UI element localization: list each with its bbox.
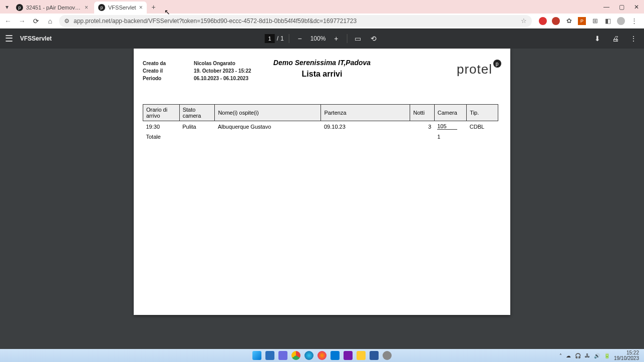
site-info-icon[interactable]: ⚙	[64, 18, 70, 25]
col-partenza: Partenza	[321, 105, 410, 121]
address-bar: ← → ⟳ ⌂ ⚙ ☆ ✿ P ⊞ ◧ ⋮	[0, 14, 644, 29]
browser-tabstrip: ▾ p 32451 - pAir Demoversion Ser... × p …	[0, 0, 644, 14]
cell-camera: 105	[434, 121, 467, 132]
cell-camera-value: 105	[437, 123, 457, 130]
col-tip: Tip.	[467, 105, 498, 121]
taskbar-app-icon[interactable]	[278, 351, 287, 360]
taskbar-word-icon[interactable]	[370, 351, 379, 360]
print-button[interactable]: 🖨	[610, 33, 621, 44]
meta-value: 06.10.2023 - 06.10.2023	[194, 76, 248, 81]
report-header: Demo Serenissima IT,Padova Lista arrivi	[273, 59, 371, 79]
page-current-input[interactable]	[265, 34, 275, 43]
tray-date: 19/10/2023	[614, 355, 639, 361]
taskbar-edge-icon[interactable]	[304, 351, 313, 360]
meta-key: Creato il	[143, 68, 194, 74]
window-controls: — ▢ ✕	[599, 0, 644, 14]
col-notti: Notti	[410, 105, 434, 121]
zoom-out-button[interactable]: −	[294, 33, 305, 44]
tray-battery-icon[interactable]: 🔋	[604, 353, 610, 358]
taskbar-outlook-icon[interactable]	[331, 351, 340, 360]
maximize-button[interactable]: ▢	[614, 0, 629, 14]
taskbar-app-icon[interactable]	[383, 351, 392, 360]
document-name: VFSServlet	[20, 35, 52, 42]
extensions-button[interactable]: ⊞	[591, 17, 599, 25]
tab-1[interactable]: p 32451 - pAir Demoversion Ser... ×	[12, 2, 92, 14]
tab-2[interactable]: p VFSServlet ×	[94, 2, 147, 14]
chrome-menu-button[interactable]: ⋮	[630, 17, 638, 25]
tray-network-icon[interactable]: 🖧	[585, 353, 590, 358]
taskbar-onenote-icon[interactable]	[344, 351, 353, 360]
new-tab-button[interactable]: +	[149, 3, 159, 11]
pdf-page: Creato da Nicolas Ongarato Creato il 19.…	[134, 49, 510, 315]
cell-nome: Albuquerque Gustavo	[215, 121, 321, 132]
separator	[347, 34, 347, 43]
meta-key: Periodo	[143, 76, 194, 81]
table-header-row: Orario di arrivo Stato camera Nome(i) os…	[143, 105, 498, 121]
pdf-stage[interactable]: Creato da Nicolas Ongarato Creato il 19.…	[0, 49, 644, 349]
zoom-in-button[interactable]: +	[331, 33, 342, 44]
rotate-button[interactable]: ⟲	[368, 33, 379, 44]
cell-tip: CDBL	[467, 121, 498, 132]
col-stato: Stato camera	[179, 105, 215, 121]
protel-logo: protel p	[457, 62, 501, 77]
extension-icon[interactable]: P	[578, 17, 586, 25]
minimize-button[interactable]: —	[599, 0, 614, 14]
taskbar-explorer-icon[interactable]	[357, 351, 366, 360]
taskbar-apps	[252, 351, 392, 360]
sidepanel-icon[interactable]: ◧	[604, 17, 612, 25]
close-icon[interactable]: ×	[139, 4, 143, 11]
logo-dot-icon: p	[493, 60, 501, 68]
col-orario: Orario di arrivo	[143, 105, 180, 121]
report-title: Lista arrivi	[273, 70, 371, 79]
download-button[interactable]: ⬇	[592, 33, 603, 44]
pdf-viewer: ☰ VFSServlet / 1 − 100% + ▭ ⟲ ⬇ 🖨 ⋮	[0, 29, 644, 349]
tab-title: 32451 - pAir Demoversion Ser...	[26, 5, 82, 11]
cell-notti: 3	[410, 121, 434, 132]
extensions-area: ✿ P ⊞ ◧ ⋮	[536, 17, 641, 25]
table-row: 19:30 Pulita Albuquerque Gustavo 09.10.2…	[143, 121, 498, 132]
fit-page-button[interactable]: ▭	[352, 33, 363, 44]
taskbar-app-icon[interactable]	[265, 351, 274, 360]
profile-avatar[interactable]	[617, 17, 625, 25]
home-button[interactable]: ⌂	[45, 17, 55, 25]
tray-icon[interactable]: 🎧	[575, 353, 581, 358]
zoom-value: 100%	[310, 35, 326, 42]
extension-icon[interactable]	[539, 17, 547, 25]
extension-icon[interactable]	[552, 17, 560, 25]
company-name: Demo Serenissima IT,Padova	[273, 59, 371, 67]
reload-button[interactable]: ⟳	[31, 17, 41, 25]
url-input[interactable]	[74, 18, 517, 25]
back-button[interactable]: ←	[3, 17, 13, 25]
taskbar-firefox-icon[interactable]	[317, 351, 327, 360]
taskbar-chrome-icon[interactable]	[291, 351, 300, 360]
cell-stato: Pulita	[179, 121, 215, 132]
page-sep: /	[277, 35, 278, 42]
system-tray: ˄ ☁ 🎧 🖧 🔊 🔋 15:22 19/10/2023	[559, 350, 644, 361]
logo-text: protel	[457, 62, 492, 77]
tray-time: 15:22	[614, 350, 639, 355]
tray-clock[interactable]: 15:22 19/10/2023	[614, 350, 639, 361]
forward-button[interactable]: →	[17, 17, 27, 25]
windows-taskbar: ˄ ☁ 🎧 🖧 🔊 🔋 15:22 19/10/2023	[0, 349, 644, 362]
omnibox[interactable]: ⚙ ☆	[59, 15, 532, 27]
close-window-button[interactable]: ✕	[629, 0, 644, 14]
tab-favicon: p	[16, 4, 23, 11]
bookmark-star-icon[interactable]: ☆	[521, 17, 527, 25]
col-nome: Nome(i) ospite(i)	[215, 105, 321, 121]
tray-icon[interactable]: ☁	[566, 353, 571, 358]
hamburger-icon[interactable]: ☰	[5, 33, 13, 44]
tray-volume-icon[interactable]: 🔊	[594, 353, 600, 358]
close-icon[interactable]: ×	[85, 4, 88, 11]
tab-favicon: p	[98, 4, 105, 11]
totale-camera: 1	[434, 132, 467, 142]
cell-partenza: 09.10.23	[321, 121, 410, 132]
arrivals-table: Orario di arrivo Stato camera Nome(i) os…	[143, 104, 498, 142]
start-button[interactable]	[252, 351, 261, 360]
cell-orario: 19:30	[143, 121, 180, 132]
more-actions-button[interactable]: ⋮	[628, 33, 639, 44]
page-total: 1	[280, 35, 284, 42]
tray-chevron-icon[interactable]: ˄	[559, 353, 562, 358]
tabs-menu-button[interactable]: ▾	[2, 4, 12, 11]
tab-title: VFSServlet	[108, 5, 136, 11]
extension-icon[interactable]: ✿	[565, 17, 573, 25]
